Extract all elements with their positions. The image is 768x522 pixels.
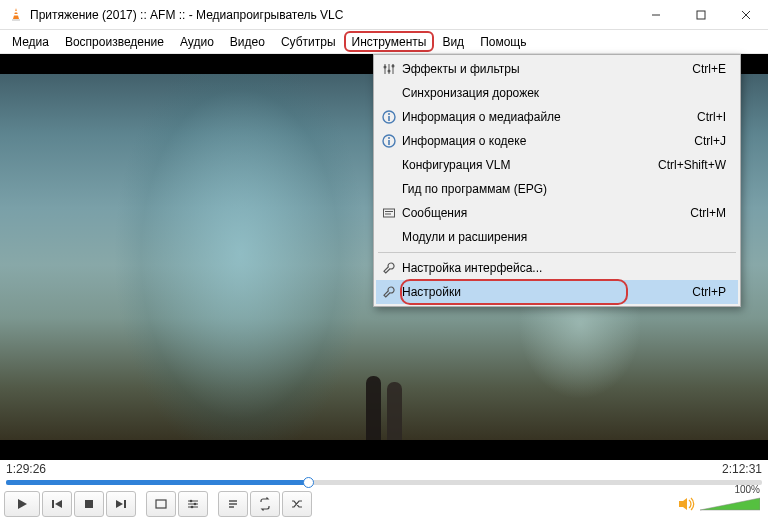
svg-point-35 bbox=[191, 506, 194, 509]
svg-rect-19 bbox=[388, 140, 390, 145]
dd-media-info[interactable]: Информация о медиафайле Ctrl+I bbox=[376, 105, 738, 129]
title-bar: Притяжение (2017) :: AFM :: - Медиапроиг… bbox=[0, 0, 768, 30]
svg-point-11 bbox=[384, 66, 387, 69]
menu-subtitles[interactable]: Субтитры bbox=[273, 30, 344, 53]
info-icon bbox=[376, 134, 402, 148]
svg-point-15 bbox=[388, 113, 390, 115]
dd-shortcut: Ctrl+M bbox=[690, 206, 726, 220]
wrench-icon bbox=[376, 285, 402, 299]
playlist-button[interactable] bbox=[218, 491, 248, 517]
close-button[interactable] bbox=[723, 0, 768, 29]
shuffle-button[interactable] bbox=[282, 491, 312, 517]
dd-shortcut: Ctrl+I bbox=[697, 110, 726, 124]
dd-label: Настройка интерфейса... bbox=[402, 261, 726, 275]
time-elapsed[interactable]: 1:29:26 bbox=[6, 462, 46, 476]
fullscreen-button[interactable] bbox=[146, 491, 176, 517]
svg-point-33 bbox=[190, 500, 193, 503]
dd-label: Эффекты и фильтры bbox=[402, 62, 680, 76]
svg-point-34 bbox=[194, 503, 197, 506]
svg-marker-27 bbox=[116, 500, 123, 508]
window-buttons bbox=[633, 0, 768, 29]
play-button[interactable] bbox=[4, 491, 40, 517]
menu-bar: Медиа Воспроизведение Аудио Видео Субтит… bbox=[0, 30, 768, 54]
menu-audio[interactable]: Аудио bbox=[172, 30, 222, 53]
video-area[interactable]: Эффекты и фильтры Ctrl+E Синхронизация д… bbox=[0, 54, 768, 460]
playback-controls: 1:29:26 2:12:31 100% bbox=[0, 460, 768, 522]
dd-plugins[interactable]: Модули и расширения bbox=[376, 225, 738, 249]
dd-label: Сообщения bbox=[402, 206, 678, 220]
window-title: Притяжение (2017) :: AFM :: - Медиапроиг… bbox=[30, 8, 633, 22]
svg-rect-20 bbox=[384, 209, 395, 217]
dd-label: Информация о медиафайле bbox=[402, 110, 685, 124]
seek-progress bbox=[6, 480, 308, 485]
svg-marker-23 bbox=[18, 499, 27, 509]
svg-rect-24 bbox=[52, 500, 54, 508]
svg-rect-29 bbox=[156, 500, 166, 508]
svg-point-12 bbox=[388, 70, 391, 73]
dd-label: Гид по программам (EPG) bbox=[402, 182, 726, 196]
dd-messages[interactable]: Сообщения Ctrl+M bbox=[376, 201, 738, 225]
video-figures bbox=[364, 370, 404, 442]
minimize-button[interactable] bbox=[633, 0, 678, 29]
svg-rect-3 bbox=[14, 14, 19, 16]
dd-separator bbox=[378, 252, 736, 253]
svg-marker-39 bbox=[679, 498, 687, 510]
svg-point-13 bbox=[392, 65, 395, 68]
tools-dropdown: Эффекты и фильтры Ctrl+E Синхронизация д… bbox=[373, 54, 741, 307]
dd-shortcut: Ctrl+Shift+W bbox=[658, 158, 726, 172]
svg-marker-0 bbox=[13, 8, 19, 19]
dd-label: Конфигурация VLM bbox=[402, 158, 646, 172]
menu-playback[interactable]: Воспроизведение bbox=[57, 30, 172, 53]
letterbox bbox=[0, 440, 768, 460]
seek-bar[interactable] bbox=[6, 476, 762, 488]
volume-icon[interactable] bbox=[678, 496, 696, 512]
dd-shortcut: Ctrl+J bbox=[694, 134, 726, 148]
dd-label: Настройки bbox=[402, 285, 680, 299]
svg-rect-16 bbox=[388, 116, 390, 121]
extended-settings-button[interactable] bbox=[178, 491, 208, 517]
dd-codec-info[interactable]: Информация о кодеке Ctrl+J bbox=[376, 129, 738, 153]
dd-preferences[interactable]: Настройки Ctrl+P bbox=[376, 280, 738, 304]
svg-marker-25 bbox=[55, 500, 62, 508]
menu-video[interactable]: Видео bbox=[222, 30, 273, 53]
sliders-icon bbox=[376, 62, 402, 76]
dd-label: Синхронизация дорожек bbox=[402, 86, 726, 100]
menu-help[interactable]: Помощь bbox=[472, 30, 534, 53]
volume-percent: 100% bbox=[734, 484, 760, 495]
svg-marker-40 bbox=[700, 498, 760, 510]
svg-rect-5 bbox=[697, 11, 705, 19]
dd-shortcut: Ctrl+P bbox=[692, 285, 726, 299]
dd-label: Информация о кодеке bbox=[402, 134, 682, 148]
seek-thumb[interactable] bbox=[303, 477, 314, 488]
menu-media[interactable]: Медиа bbox=[4, 30, 57, 53]
menu-tools[interactable]: Инструменты bbox=[344, 31, 435, 52]
dd-effects-filters[interactable]: Эффекты и фильтры Ctrl+E bbox=[376, 57, 738, 81]
prev-button[interactable] bbox=[42, 491, 72, 517]
loop-button[interactable] bbox=[250, 491, 280, 517]
svg-rect-28 bbox=[124, 500, 126, 508]
info-icon bbox=[376, 110, 402, 124]
svg-rect-1 bbox=[12, 19, 20, 21]
dd-customize-interface[interactable]: Настройка интерфейса... bbox=[376, 256, 738, 280]
stop-button[interactable] bbox=[74, 491, 104, 517]
vlc-cone-icon bbox=[8, 7, 24, 23]
dd-shortcut: Ctrl+E bbox=[692, 62, 726, 76]
wrench-icon bbox=[376, 261, 402, 275]
maximize-button[interactable] bbox=[678, 0, 723, 29]
svg-point-18 bbox=[388, 137, 390, 139]
volume-slider[interactable]: 100% bbox=[700, 497, 760, 511]
dd-label: Модули и расширения bbox=[402, 230, 726, 244]
next-button[interactable] bbox=[106, 491, 136, 517]
messages-icon bbox=[376, 206, 402, 220]
time-total[interactable]: 2:12:31 bbox=[722, 462, 762, 476]
dd-vlm-config[interactable]: Конфигурация VLM Ctrl+Shift+W bbox=[376, 153, 738, 177]
dd-track-sync[interactable]: Синхронизация дорожек bbox=[376, 81, 738, 105]
svg-rect-26 bbox=[85, 500, 93, 508]
dd-epg[interactable]: Гид по программам (EPG) bbox=[376, 177, 738, 201]
svg-rect-2 bbox=[14, 11, 18, 13]
menu-view[interactable]: Вид bbox=[434, 30, 472, 53]
